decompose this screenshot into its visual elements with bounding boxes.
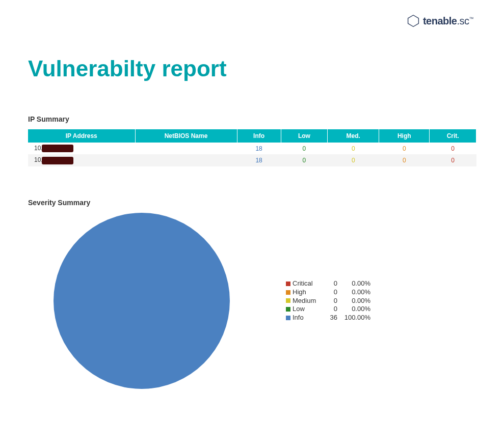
legend-percent: 0.00% — [337, 297, 370, 305]
legend-name: Info — [293, 314, 323, 322]
col-info: Info — [237, 129, 281, 143]
swatch-low-icon — [286, 307, 290, 312]
legend-name: Critical — [293, 279, 323, 288]
brand-text: tenable.sc™ — [423, 15, 473, 27]
swatch-critical-icon — [286, 282, 290, 286]
legend-row-medium: Medium 0 0.00% — [286, 297, 370, 305]
cell-med: 0 — [328, 154, 379, 166]
legend-count: 36 — [323, 314, 337, 322]
table-header-row: IP Address NetBIOS Name Info Low Med. Hi… — [28, 129, 476, 143]
brand-logo: tenable.sc™ — [407, 14, 473, 27]
cell-netbios — [135, 154, 237, 166]
swatch-high-icon — [286, 290, 290, 295]
cell-crit: 0 — [430, 154, 476, 166]
severity-summary-section: Severity Summary Critical 0 0.00% High 0… — [28, 199, 476, 389]
cell-high: 0 — [379, 143, 430, 154]
redaction-mark — [42, 157, 73, 164]
legend-name: Low — [293, 305, 323, 314]
page-title: Vulnerabilty report — [28, 56, 227, 81]
legend-row-critical: Critical 0 0.00% — [286, 279, 370, 288]
legend-row-high: High 0 0.00% — [286, 288, 370, 297]
cell-info: 18 — [237, 143, 281, 154]
ip-summary-heading: IP Summary — [28, 115, 476, 123]
col-med: Med. — [328, 129, 379, 143]
ip-summary-table: IP Address NetBIOS Name Info Low Med. Hi… — [28, 129, 476, 166]
cell-high: 0 — [379, 154, 430, 166]
cell-ip: 10. — [28, 154, 135, 166]
legend-count: 0 — [323, 297, 337, 305]
cell-ip: 10. — [28, 143, 135, 154]
svg-marker-0 — [408, 15, 419, 27]
brand-name-suffix: .sc — [457, 15, 469, 26]
legend-count: 0 — [323, 288, 337, 297]
legend-percent: 0.00% — [337, 279, 370, 288]
swatch-medium-icon — [286, 298, 290, 303]
legend-row-info: Info 36 100.00% — [286, 314, 370, 322]
severity-summary-heading: Severity Summary — [28, 199, 476, 207]
legend-name: High — [293, 288, 323, 297]
ip-summary-section: IP Summary IP Address NetBIOS Name Info … — [28, 115, 476, 166]
legend-count: 0 — [323, 279, 337, 288]
legend-percent: 0.00% — [337, 305, 370, 314]
swatch-info-icon — [286, 316, 290, 320]
severity-pie-chart — [54, 213, 230, 389]
redaction-mark — [42, 145, 73, 152]
legend-name: Medium — [293, 297, 323, 305]
trademark-icon: ™ — [469, 16, 474, 21]
chart-container: Critical 0 0.00% High 0 0.00% Medium 0 0… — [28, 213, 476, 389]
table-row: 10. 18 0 0 0 0 — [28, 154, 476, 166]
legend-percent: 100.00% — [337, 314, 370, 322]
legend-row-low: Low 0 0.00% — [286, 305, 370, 314]
col-low: Low — [281, 129, 328, 143]
brand-icon — [407, 14, 420, 27]
brand-name-bold: tenable — [423, 15, 457, 26]
cell-low: 0 — [281, 154, 328, 166]
legend-percent: 0.00% — [337, 288, 370, 297]
cell-crit: 0 — [430, 143, 476, 154]
cell-med: 0 — [328, 143, 379, 154]
col-ip: IP Address — [28, 129, 135, 143]
col-netbios: NetBIOS Name — [135, 129, 237, 143]
cell-info: 18 — [237, 154, 281, 166]
col-crit: Crit. — [430, 129, 476, 143]
cell-low: 0 — [281, 143, 328, 154]
col-high: High — [379, 129, 430, 143]
cell-netbios — [135, 143, 237, 154]
table-row: 10. 18 0 0 0 0 — [28, 143, 476, 154]
legend-count: 0 — [323, 305, 337, 314]
chart-legend: Critical 0 0.00% High 0 0.00% Medium 0 0… — [286, 279, 370, 322]
